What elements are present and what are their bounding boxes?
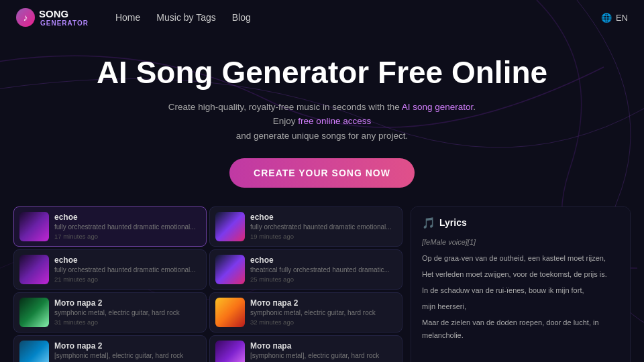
nav-links: Home Music by Tags Blog: [105, 12, 585, 23]
song-title: echoe: [250, 213, 396, 222]
lyrics-header: 🎵 Lyrics: [422, 217, 619, 229]
song-thumbnail: [215, 212, 245, 241]
song-list: echoe fully orchestrated haunted dramati…: [13, 206, 402, 362]
song-info: Мото пара 2 [symphonic metal], electric …: [54, 341, 201, 362]
lyrics-line: In de schaduw van de rui-ïenes, bouw ik …: [422, 284, 619, 296]
song-title: echoe: [54, 213, 201, 222]
song-title: echoe: [54, 255, 201, 265]
song-description: [symphonic metal], electric guitar, hard…: [54, 352, 201, 359]
hero-subtitle: Create high-quality, royalty-free music …: [161, 100, 483, 143]
song-time: 21 minutes ago: [54, 276, 201, 283]
song-description: fully orchestrated haunted dramatic emot…: [54, 223, 201, 231]
logo-icon: ♪: [16, 8, 35, 27]
song-thumbnail: [215, 255, 245, 284]
song-title: Мото пара 2: [54, 341, 201, 351]
song-title: Мото пара: [250, 341, 396, 351]
nav-home[interactable]: Home: [115, 12, 140, 23]
song-item[interactable]: echoe theatrical fully orchestrated haun…: [209, 249, 402, 290]
song-description: symphonic metal, electric guitar, hard r…: [250, 309, 396, 316]
song-item[interactable]: Мото пара 2 symphonic metal, electric gu…: [209, 292, 402, 333]
nav-music-by-tags[interactable]: Music by Tags: [156, 12, 215, 23]
song-thumbnail: [19, 212, 49, 241]
lyrics-blank: [422, 345, 619, 357]
content-area: echoe fully orchestrated haunted dramati…: [0, 206, 644, 362]
song-title: echoe: [250, 255, 396, 265]
lyrics-icon: 🎵: [422, 217, 435, 229]
navbar: ♪ SONG GENERATOR Home Music by Tags Blog…: [0, 0, 644, 35]
song-info: echoe fully orchestrated haunted dramati…: [54, 255, 201, 283]
lyrics-voice-label: [feMale voice][1]: [422, 236, 619, 248]
song-thumbnail: [215, 341, 245, 362]
logo-song: SONG GENERATOR: [39, 8, 89, 27]
hero-section: AI Song Generator Free Online Create hig…: [0, 35, 644, 201]
song-item[interactable]: Мото пара 2 [symphonic metal], electric …: [13, 335, 207, 362]
language-icon: 🌐: [601, 13, 612, 23]
song-time: 25 minutes ago: [250, 276, 396, 283]
lyrics-title: Lyrics: [439, 217, 467, 228]
song-description: fully orchestrated haunted dramatic emot…: [54, 266, 201, 274]
song-thumbnail: [19, 341, 49, 362]
song-description: [symphonic metal], electric guitar, hard…: [250, 352, 396, 359]
song-item[interactable]: echoe fully orchestrated haunted dramati…: [13, 206, 207, 247]
song-info: echoe fully orchestrated haunted dramati…: [54, 213, 201, 240]
song-info: Мото пара 2 symphonic metal, electric gu…: [250, 298, 396, 326]
lyrics-line: Maar de zielen van de doden roepen, door…: [422, 316, 619, 341]
lyrics-content: [feMale voice][1]Op de graa-ven van de o…: [422, 236, 619, 362]
song-item[interactable]: echoe fully orchestrated haunted dramati…: [209, 206, 402, 247]
song-info: echoe theatrical fully orchestrated haun…: [250, 255, 396, 283]
lyrics-line: Op de graa-ven van de outheid, een kaste…: [422, 252, 619, 264]
hero-title: AI Song Generator Free Online: [13, 55, 631, 90]
song-time: 32 minutes ago: [250, 318, 396, 326]
song-thumbnail: [215, 298, 245, 327]
song-description: theatrical fully orchestrated haunted dr…: [250, 266, 396, 274]
song-title: Мото пара 2: [250, 298, 396, 308]
song-title: Мото пара 2: [54, 298, 201, 308]
lyrics-line: mijn heerseri,: [422, 300, 619, 312]
song-thumbnail: [19, 255, 49, 284]
song-info: Мото пара [symphonic metal], electric gu…: [250, 341, 396, 362]
create-song-button[interactable]: CREATE YOUR SONG NOW: [229, 158, 415, 188]
song-item[interactable]: Мото пара 2 symphonic metal, electric gu…: [13, 292, 207, 333]
song-info: Мото пара 2 symphonic metal, electric gu…: [54, 298, 201, 326]
song-item[interactable]: Мото пара [symphonic metal], electric gu…: [209, 335, 402, 362]
song-time: 31 minutes ago: [54, 318, 201, 326]
song-info: echoe fully orchestrated haunted dramati…: [250, 213, 396, 240]
song-time: 17 minutes ago: [54, 233, 201, 240]
song-time: 19 minutes ago: [250, 233, 396, 240]
song-description: symphonic metal, electric guitar, hard r…: [54, 309, 201, 316]
language-label: EN: [616, 13, 628, 23]
song-thumbnail: [19, 298, 49, 327]
language-selector[interactable]: 🌐 EN: [601, 13, 628, 23]
song-item[interactable]: echoe fully orchestrated haunted dramati…: [13, 249, 207, 290]
song-description: fully orchestrated haunted dramatic emot…: [250, 223, 396, 231]
site-logo[interactable]: ♪ SONG GENERATOR: [16, 8, 89, 27]
nav-blog[interactable]: Blog: [232, 12, 251, 23]
lyrics-panel: 🎵 Lyrics [feMale voice][1]Op de graa-ven…: [411, 206, 631, 362]
lyrics-line: Het verleden moet zwijgen, voor de toeko…: [422, 268, 619, 280]
